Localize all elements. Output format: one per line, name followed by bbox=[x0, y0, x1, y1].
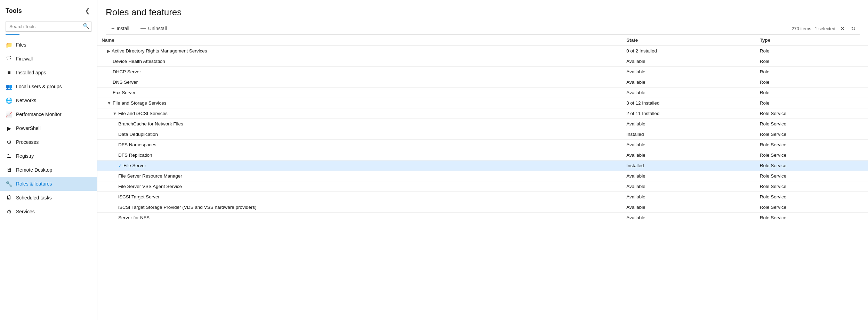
col-state: State bbox=[622, 35, 756, 46]
cell-type: Role Service bbox=[756, 119, 868, 129]
table-row[interactable]: ▼File and iSCSI Services2 of 11 Installe… bbox=[97, 108, 868, 119]
table-row[interactable]: ▶Active Directory Rights Management Serv… bbox=[97, 46, 868, 56]
expand-button[interactable]: ▶ bbox=[107, 49, 112, 54]
sidebar-item-label: Remote Desktop bbox=[16, 167, 91, 173]
uninstall-label: Uninstall bbox=[148, 26, 167, 31]
row-name-label: File Server bbox=[123, 163, 146, 168]
table-row[interactable]: DFS ReplicationAvailableRole Service bbox=[97, 150, 868, 161]
table-body: ▶Active Directory Rights Management Serv… bbox=[97, 46, 868, 223]
cell-type: Role Service bbox=[756, 108, 868, 119]
sidebar-header: Tools ❮ bbox=[0, 0, 97, 19]
table-row[interactable]: File Server VSS Agent ServiceAvailableRo… bbox=[97, 181, 868, 192]
row-name-label: File Server Resource Manager bbox=[118, 173, 182, 179]
search-input[interactable] bbox=[6, 22, 91, 32]
table-row[interactable]: DHCP ServerAvailableRole bbox=[97, 67, 868, 77]
sidebar-item-local-users-groups[interactable]: 👥Local users & groups bbox=[0, 80, 97, 93]
row-name-label: DFS Namespaces bbox=[118, 142, 156, 147]
cell-type: Role bbox=[756, 98, 868, 108]
sidebar-collapse-button[interactable]: ❮ bbox=[83, 6, 91, 16]
table-row[interactable]: Device Health AttestationAvailableRole bbox=[97, 56, 868, 67]
expand-button[interactable]: ▼ bbox=[107, 101, 113, 106]
table-row[interactable]: ▼File and Storage Services3 of 12 Instal… bbox=[97, 98, 868, 108]
sidebar-item-remote-desktop[interactable]: 🖥Remote Desktop bbox=[0, 163, 97, 177]
sidebar-item-processes[interactable]: ⚙Processes bbox=[0, 135, 97, 149]
table-row[interactable]: BranchCache for Network FilesAvailableRo… bbox=[97, 119, 868, 129]
table-row[interactable]: ✓File ServerInstalledRole Service bbox=[97, 161, 868, 171]
row-name-label: Active Directory Rights Management Servi… bbox=[112, 48, 207, 54]
cell-type: Role bbox=[756, 77, 868, 88]
sidebar-item-label: Registry bbox=[16, 153, 91, 159]
sidebar-item-installed-apps[interactable]: ≡Installed apps bbox=[0, 66, 97, 80]
sidebar-item-label: Scheduled tasks bbox=[16, 195, 91, 200]
cell-name: iSCSI Target Storage Provider (VDS and V… bbox=[97, 202, 622, 213]
sidebar-item-label: Networks bbox=[16, 98, 91, 103]
table-row[interactable]: DNS ServerAvailableRole bbox=[97, 77, 868, 88]
cell-name: Server for NFS bbox=[97, 213, 622, 223]
cell-type: Role bbox=[756, 67, 868, 77]
table-row[interactable]: iSCSI Target ServerAvailableRole Service bbox=[97, 192, 868, 202]
cell-type: Role bbox=[756, 88, 868, 98]
sidebar-item-label: Files bbox=[16, 42, 91, 48]
table-row[interactable]: DFS NamespacesAvailableRole Service bbox=[97, 140, 868, 150]
row-name-label: Fax Server bbox=[113, 90, 136, 95]
sidebar-item-powershell[interactable]: ▶PowerShell bbox=[0, 121, 97, 135]
cell-name: File Server VSS Agent Service bbox=[97, 181, 622, 192]
items-count: 270 items bbox=[791, 26, 811, 31]
sidebar-item-firewall[interactable]: 🛡Firewall bbox=[0, 52, 97, 66]
sidebar-item-registry[interactable]: 🗂Registry bbox=[0, 149, 97, 163]
row-name-label: Server for NFS bbox=[118, 215, 150, 220]
cell-state: Available bbox=[622, 56, 756, 67]
cell-state: Available bbox=[622, 192, 756, 202]
cell-type: Role Service bbox=[756, 213, 868, 223]
search-icon[interactable]: 🔍 bbox=[83, 23, 89, 29]
refresh-button[interactable]: ↻ bbox=[850, 24, 857, 33]
sidebar-item-label: Processes bbox=[16, 139, 91, 145]
table-row[interactable]: Fax ServerAvailableRole bbox=[97, 88, 868, 98]
table-row[interactable]: iSCSI Target Storage Provider (VDS and V… bbox=[97, 202, 868, 213]
table-row[interactable]: File Server Resource ManagerAvailableRol… bbox=[97, 171, 868, 181]
sidebar-item-roles-features[interactable]: 🔧Roles & features bbox=[0, 177, 97, 191]
cell-state: Available bbox=[622, 213, 756, 223]
sidebar-item-performance-monitor[interactable]: 📈Performance Monitor bbox=[0, 107, 97, 121]
cell-type: Role Service bbox=[756, 171, 868, 181]
row-name-label: Data Deduplication bbox=[118, 132, 158, 137]
registry-icon: 🗂 bbox=[6, 153, 13, 159]
clear-selection-button[interactable]: ✕ bbox=[839, 24, 846, 33]
services-icon: ⚙ bbox=[6, 208, 13, 215]
cell-name: Data Deduplication bbox=[97, 129, 622, 140]
sidebar-item-scheduled-tasks[interactable]: 🗓Scheduled tasks bbox=[0, 191, 97, 205]
expand-button[interactable]: ▼ bbox=[113, 111, 118, 116]
sidebar-nav: 📁Files🛡Firewall≡Installed apps👥Local use… bbox=[0, 38, 97, 320]
sidebar-item-services[interactable]: ⚙Services bbox=[0, 205, 97, 219]
cell-state: Available bbox=[622, 202, 756, 213]
cell-state: Installed bbox=[622, 161, 756, 171]
cell-state: Available bbox=[622, 140, 756, 150]
cell-state: Available bbox=[622, 77, 756, 88]
uninstall-button[interactable]: — Uninstall bbox=[135, 23, 172, 34]
cell-state: Available bbox=[622, 88, 756, 98]
table-row[interactable]: Data DeduplicationInstalledRole Service bbox=[97, 129, 868, 140]
sidebar-item-files[interactable]: 📁Files bbox=[0, 38, 97, 52]
table-container: Name State Type ▶Active Directory Rights… bbox=[97, 35, 868, 320]
sidebar-item-networks[interactable]: 🌐Networks bbox=[0, 93, 97, 107]
cell-type: Role Service bbox=[756, 129, 868, 140]
row-name-label: File and Storage Services bbox=[113, 100, 167, 106]
performance-monitor-icon: 📈 bbox=[6, 111, 13, 118]
col-name: Name bbox=[97, 35, 622, 46]
installed-apps-icon: ≡ bbox=[6, 69, 13, 76]
cell-name: File Server Resource Manager bbox=[97, 171, 622, 181]
cell-state: Available bbox=[622, 181, 756, 192]
sidebar-underline bbox=[6, 34, 19, 35]
page-title: Roles and features bbox=[106, 7, 860, 18]
install-button[interactable]: + Install bbox=[106, 23, 135, 34]
sidebar-item-label: PowerShell bbox=[16, 125, 91, 131]
cell-state: Available bbox=[622, 119, 756, 129]
plus-icon: + bbox=[111, 25, 114, 32]
table-header: Name State Type bbox=[97, 35, 868, 46]
cell-name: BranchCache for Network Files bbox=[97, 119, 622, 129]
install-label: Install bbox=[116, 26, 129, 31]
cell-state: Available bbox=[622, 67, 756, 77]
cell-name: DFS Namespaces bbox=[97, 140, 622, 150]
table-row[interactable]: Server for NFSAvailableRole Service bbox=[97, 213, 868, 223]
cell-state: Available bbox=[622, 150, 756, 161]
